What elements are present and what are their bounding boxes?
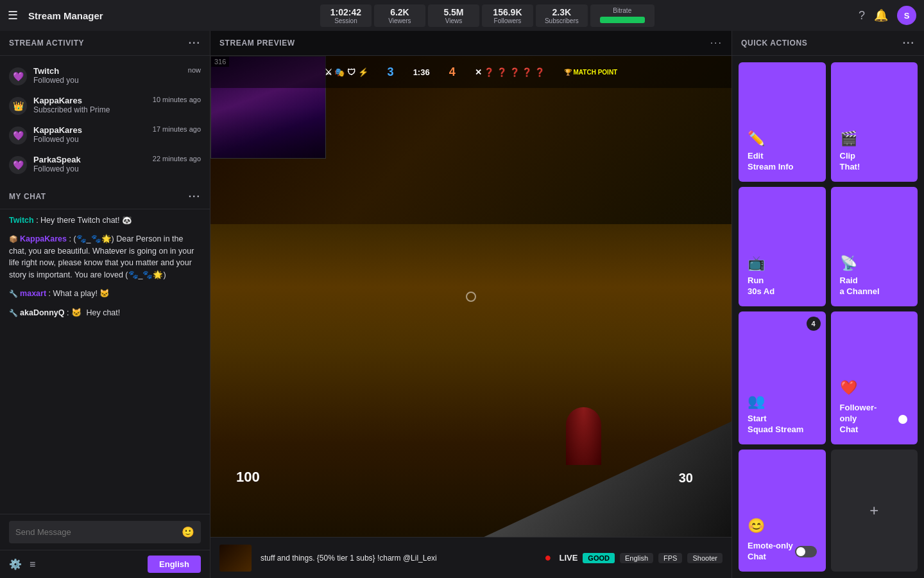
chat-colon-2: :: [49, 289, 53, 298]
add-action-button[interactable]: +: [831, 450, 918, 572]
tag-shooter: Shooter: [687, 553, 723, 563]
run-ad-label: Run30s Ad: [748, 276, 817, 297]
notifications-icon[interactable]: 🔔: [874, 8, 888, 22]
squad-icon: 👥: [748, 393, 817, 410]
emote-only-chat-button[interactable]: 😊 Emote-onlyChat: [739, 450, 826, 572]
help-icon[interactable]: ?: [859, 9, 865, 22]
stream-activity-header: Stream Activity ···: [0, 31, 210, 56]
chat-colon-3: :: [67, 308, 71, 317]
top-nav-right: ? 🔔 S: [859, 6, 916, 25]
stream-number: 316: [211, 57, 229, 67]
center-panel: Stream Preview ··· 316 ⚔ 🎭 🛡 ⚡ 3 1:36 4: [210, 31, 732, 578]
activity-icon-3: 💜: [9, 156, 27, 174]
stat-session-label: Session: [329, 17, 363, 24]
edit-stream-info-button[interactable]: ✏️ EditStream Info: [739, 62, 826, 182]
stream-activity-options[interactable]: ···: [189, 37, 201, 49]
run-ad-button[interactable]: 📺 Run30s Ad: [739, 187, 826, 306]
stat-bitrate: Bitrate: [590, 4, 654, 27]
activity-icon-0: 💜: [9, 67, 27, 85]
follower-only-chat-button[interactable]: ❤️ Follower-onlyChat: [831, 311, 918, 444]
stream-thumbnail: [219, 545, 252, 572]
hud-score-right: 4: [449, 66, 456, 79]
quick-actions-options[interactable]: ···: [903, 37, 915, 49]
activity-text-0: Twitch Followed you: [33, 66, 182, 85]
follower-label: Follower-onlyChat: [840, 403, 889, 435]
stat-followers-value: 156.9K: [491, 7, 524, 17]
settings-icon[interactable]: ⚙️: [9, 558, 22, 570]
webcam-overlay: 316: [210, 56, 326, 159]
live-dot: ●: [545, 551, 552, 565]
chat-sender-1: KappaKares: [20, 234, 67, 243]
squad-label: StartSquad Stream: [748, 414, 817, 435]
hamburger-icon[interactable]: ☰: [8, 8, 18, 22]
activity-item-0: 💜 Twitch Followed you now: [0, 61, 210, 91]
chat-msg-0: Twitch : Hey there Twitch chat! 🐼: [9, 215, 201, 227]
activity-text-1: KappaKares Subscribed with Prime: [33, 96, 146, 114]
edit-icon: ✏️: [748, 130, 817, 147]
stream-bottom-bar: stuff and things. {50% tier 1 subs} !cha…: [210, 537, 732, 578]
my-chat-header: My Chat ···: [0, 184, 210, 209]
emote-toggle-knob: [796, 547, 805, 556]
stat-bitrate-label: Bitrate: [599, 7, 646, 14]
main-content: Stream Activity ··· 💜 Twitch Followed yo…: [0, 31, 924, 578]
emote-label: Emote-onlyChat: [748, 541, 793, 563]
tag-fps: FPS: [658, 553, 682, 563]
stat-subscribers-value: 2.3K: [545, 7, 579, 17]
stat-viewers-label: Viewers: [383, 17, 416, 24]
squad-stream-button[interactable]: 4 👥 StartSquad Stream: [739, 311, 826, 444]
stat-followers-label: Followers: [491, 17, 524, 24]
stat-views-label: Views: [437, 17, 470, 24]
chat-msg-2: 🔧 maxart : What a play! 🐱: [9, 288, 201, 300]
good-badge: GOOD: [583, 553, 615, 563]
clip-that-button[interactable]: 🎬 ClipThat!: [831, 62, 918, 182]
avatar[interactable]: S: [897, 6, 916, 25]
plus-icon: +: [869, 502, 878, 520]
stat-views: 5.5M Views: [428, 4, 479, 27]
chat-input-wrap: 🙂: [9, 521, 201, 543]
app-title: Stream Manager: [28, 10, 103, 21]
tag-english: English: [620, 553, 653, 563]
stream-description: stuff and things. {50% tier 1 subs} !cha…: [261, 554, 437, 563]
top-nav: ☰ Stream Manager 1:02:42 Session 6.2K Vi…: [0, 0, 924, 31]
left-panel: Stream Activity ··· 💜 Twitch Followed yo…: [0, 31, 210, 578]
follower-icon: ❤️: [840, 380, 909, 396]
activity-name-2: KappaKares: [33, 125, 146, 135]
chat-button[interactable]: English: [148, 556, 201, 573]
follower-chat-toggle[interactable]: [889, 414, 909, 425]
my-chat-options[interactable]: ···: [189, 191, 201, 202]
stat-session: 1:02:42 Session: [320, 4, 372, 27]
chat-toolbar: ⚙️ ≡ English: [0, 550, 210, 578]
hud-enemy-icons: ✕ ❓ ❓ ❓ ❓ ❓: [475, 67, 545, 77]
emote-toggle-row: Emote-onlyChat: [748, 541, 817, 563]
activity-name-1: KappaKares: [33, 96, 146, 105]
chat-msg-1: 📦 KappaKares : (🐾_🐾🌟) Dear Person in the…: [9, 233, 201, 281]
stream-video-area: 316 ⚔ 🎭 🛡 ⚡ 3 1:36 4 ✕ ❓ ❓ ❓ ❓ ❓ 🏆 MATCH…: [210, 56, 732, 537]
emoji-picker-icon[interactable]: 🙂: [182, 526, 194, 538]
chat-section: Twitch : Hey there Twitch chat! 🐼 📦 Kapp…: [0, 209, 210, 578]
chat-msg-3: 🔧 akaDonnyQ : 🐱 Hey chat!: [9, 306, 201, 319]
activity-time-0: now: [188, 66, 201, 74]
quick-actions-grid: ✏️ EditStream Info 🎬 ClipThat! 📺 Run30s …: [732, 56, 924, 578]
raid-channel-button[interactable]: 📡 Raida Channel: [831, 187, 918, 306]
hud-hp: 100: [236, 469, 260, 486]
activity-desc-3: Followed you: [33, 164, 146, 173]
stat-session-value: 1:02:42: [329, 7, 363, 17]
activity-time-1: 10 minutes ago: [153, 96, 201, 103]
list-icon[interactable]: ≡: [30, 559, 35, 570]
stream-info-text: stuff and things. {50% tier 1 subs} !cha…: [261, 554, 536, 563]
ad-icon: 📺: [748, 255, 817, 272]
my-chat-title: My Chat: [9, 192, 46, 201]
stream-preview-options[interactable]: ···: [710, 37, 723, 49]
chat-input[interactable]: [15, 527, 182, 537]
emote-icon: 😊: [748, 518, 817, 534]
follower-toggle-knob: [898, 415, 907, 424]
chat-sender-3: akaDonnyQ: [20, 308, 64, 317]
hud-score-left: 3: [388, 66, 394, 79]
activity-time-2: 17 minutes ago: [153, 125, 201, 133]
activity-name-0: Twitch: [33, 66, 182, 76]
activity-name-3: ParkaSpeak: [33, 155, 146, 164]
stream-activity-title: Stream Activity: [9, 39, 84, 48]
emote-chat-toggle[interactable]: [795, 546, 817, 557]
activity-text-2: KappaKares Followed you: [33, 125, 146, 144]
stream-preview-title: Stream Preview: [219, 39, 295, 48]
